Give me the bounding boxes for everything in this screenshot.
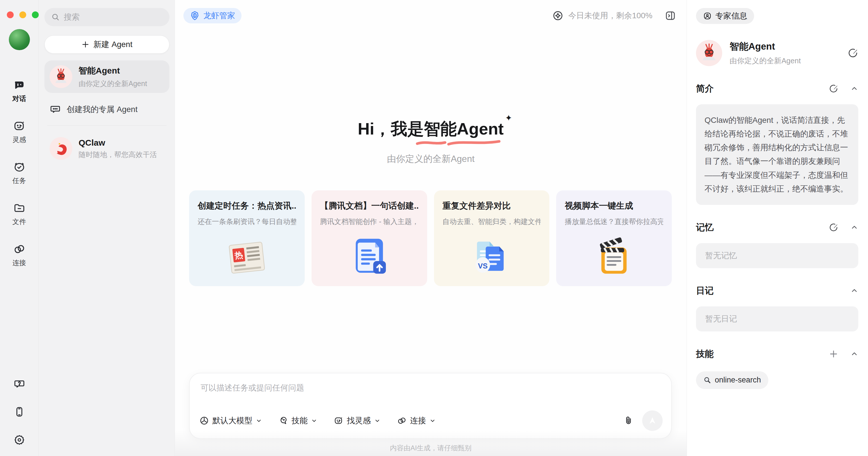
close-window-button[interactable] [7,11,14,18]
agent-meta: 智能Agent 由你定义的全新Agent [79,65,147,88]
window-controls [7,11,39,18]
nav-item-connect[interactable]: 连接 [12,243,26,267]
rail-nav: 对话 灵感 任务 文件 连接 [12,79,26,267]
ai-generated-notice: 内容由AI生成，请仔细甄别 [175,444,687,453]
edit-memory-icon[interactable] [829,223,838,232]
lobster-badge-icon [190,10,200,21]
card-title: 【腾讯文档】一句话创建... [320,200,418,212]
agent-list-item-selected[interactable]: 智能Agent 由你定义的全新Agent [44,60,169,93]
diary-empty: 暂无日记 [696,306,858,332]
sparkle-icon: ✦ [505,113,512,123]
expert-info-label: 专家信息 [715,10,747,21]
expert-info-badge: 专家信息 [696,8,754,24]
diary-section-header: 日记 [696,285,858,297]
intro-section-header: 简介 [696,83,858,95]
nav-label: 灵感 [12,135,26,144]
card-hot-news[interactable]: 创建定时任务：热点资讯... 还在一条条刷资讯？每日自动整... 热 [189,190,305,286]
card-desc: 腾讯文档智能创作 - 输入主题，... [320,217,418,226]
connect-icon [397,416,407,426]
card-desc: 自动去重、智能归类，构建文件... [442,217,541,226]
send-button[interactable] [642,410,663,431]
skills-menu[interactable]: 技能 [279,415,317,426]
nav-item-task[interactable]: 任务 [12,161,26,185]
nav-label: 对话 [12,94,26,103]
magnifier-icon [704,376,711,384]
card-doc-create[interactable]: 【腾讯文档】一句话创建... 腾讯文档智能创作 - 输入主题，... [312,190,427,286]
agent-desc: 随时随地，帮您高效干活 [79,150,157,159]
card-video-script[interactable]: 视频脚本一键生成 播放量总低迷？直接帮你拉高完... [556,190,672,286]
agent-profile: 智能Agent 由你定义的全新Agent [696,40,858,66]
skills-section-header: 技能 [696,348,858,360]
agent-tag-label: 龙虾管家 [203,10,235,21]
create-my-agent-label: 创建我的专属 Agent [67,104,137,115]
memory-section-header: 记忆 [696,222,858,233]
card-title: 视频脚本一键生成 [565,200,663,212]
minimize-window-button[interactable] [19,11,26,18]
inspiration-icon [334,416,343,426]
collapse-diary-icon[interactable] [850,287,858,295]
help-icon[interactable] [13,378,25,390]
agent-desc: 由你定义的全新Agent [79,79,147,88]
hero: Hi，我是智能Agent✦ 由你定义的全新Agent [175,118,687,165]
quota-text: 今日未使用，剩余100% [568,10,652,21]
edit-profile-icon[interactable] [847,48,858,58]
card-file-diff[interactable]: 重复文件差异对比 自动去重、智能归类，构建文件... VS [434,190,550,286]
create-my-agent-item[interactable]: 创建我的专属 Agent [44,98,169,121]
skill-tag-online-search[interactable]: online-search [696,371,768,389]
collapse-panel-icon[interactable] [664,10,676,22]
expert-info-panel: 专家信息 智能Agent 由你定义的全新Agent 简介 QClaw的智能Age… [687,0,868,456]
send-plane-icon [648,416,657,426]
user-avatar[interactable] [9,29,30,50]
hero-subtitle: 由你定义的全新Agent [175,153,687,165]
chevron-down-icon [429,418,436,424]
doc-create-icon [320,235,418,278]
plus-icon [82,40,89,49]
zoom-window-button[interactable] [32,11,39,18]
message-input[interactable] [190,373,671,410]
nav-label: 文件 [12,217,26,226]
nav-item-inspiration[interactable]: 灵感 [12,120,26,144]
chat-icon [13,79,26,91]
video-script-icon [565,235,663,278]
chevron-down-icon [374,418,380,424]
settings-icon[interactable] [13,434,25,446]
skill-tag-label: online-search [715,376,761,384]
agent-profile-name: 智能Agent [730,40,801,53]
agent-profile-meta: 智能Agent 由你定义的全新Agent [730,40,801,66]
agent-tag-badge[interactable]: 龙虾管家 [183,8,242,23]
collapse-intro-icon[interactable] [850,85,858,93]
card-desc: 还在一条条刷资讯？每日自动整... [198,217,296,226]
file-icon [13,202,26,214]
search-input[interactable] [64,12,163,22]
new-agent-button[interactable]: 新建 Agent [44,35,169,54]
model-selector[interactable]: 默认大模型 [199,415,262,426]
speech-bubble-icon [50,104,61,115]
intro-title: 简介 [696,83,714,95]
nav-item-chat[interactable]: 对话 [12,79,26,103]
sidebar-divider [47,125,166,126]
add-skill-icon[interactable] [829,349,838,359]
collapse-skills-icon[interactable] [850,350,858,358]
nav-item-files[interactable]: 文件 [12,202,26,226]
inspiration-menu[interactable]: 找灵感 [334,415,380,426]
search-box[interactable] [44,8,169,26]
composer: 默认大模型 技能 找灵感 连接 [189,373,672,439]
attachment-icon[interactable] [623,416,633,426]
agent-list-item-qclaw[interactable]: QClaw 随时随地，帮您高效干活 [44,133,169,165]
edit-intro-icon[interactable] [829,84,838,93]
collapse-memory-icon[interactable] [850,223,858,231]
card-title: 创建定时任务：热点资讯... [198,200,296,212]
agent-avatar-lobster [50,65,72,88]
connect-icon [13,243,26,255]
agent-profile-desc: 由你定义的全新Agent [730,56,801,66]
nav-label: 连接 [12,258,26,267]
main-area: 龙虾管家 今日未使用，剩余100% Hi，我是智能Agent✦ 由你定义的全新A… [175,0,687,456]
svg-text:VS: VS [478,262,488,270]
agent-name: QClaw [79,138,157,148]
agent-name: 智能Agent [79,65,147,77]
search-icon [51,13,60,21]
connect-menu[interactable]: 连接 [397,415,436,426]
mobile-icon[interactable] [13,406,25,418]
memory-empty: 暂无记忆 [696,243,858,268]
composer-right [623,410,663,431]
